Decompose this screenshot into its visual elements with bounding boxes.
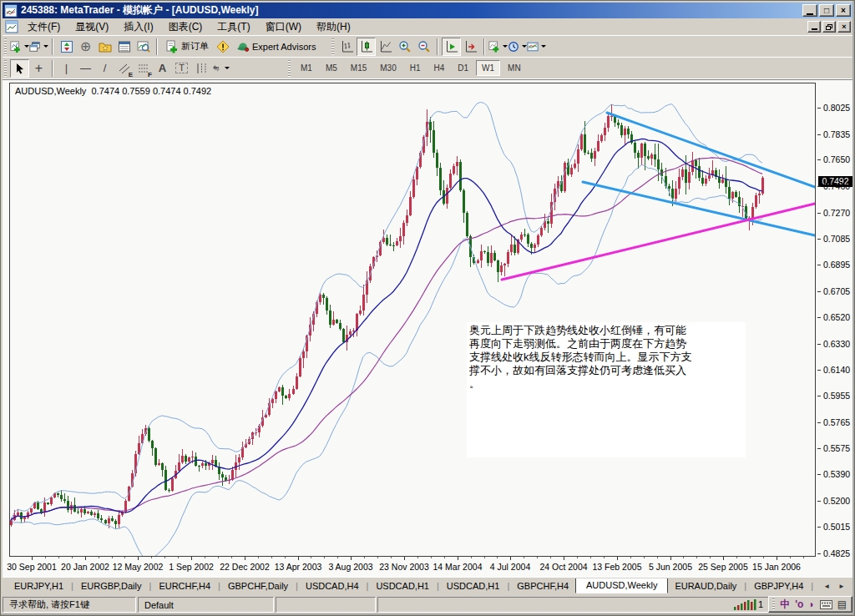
chart-window-icon[interactable]: [5, 20, 18, 33]
text-button[interactable]: A: [153, 59, 172, 78]
date-axis[interactable]: 30 Sep 200120 Jan 200212 May 20021 Sep 2…: [9, 557, 817, 575]
new-chart-button[interactable]: [10, 38, 29, 56]
chart-tab-GBPCHF-Daily[interactable]: GBPCHF,Daily: [221, 578, 295, 593]
chart-plot[interactable]: AUDUSD,Weekly 0.7474 0.7559 0.7474 0.749…: [9, 83, 816, 557]
child-minimize-button[interactable]: [807, 21, 821, 33]
minimize-button[interactable]: [802, 4, 817, 17]
timeframe-button-M15[interactable]: M15: [345, 60, 372, 76]
crosshair-button[interactable]: +: [29, 59, 48, 78]
chart-shift-button[interactable]: [461, 38, 480, 56]
ime-tone-icon[interactable]: 'o: [795, 599, 803, 609]
chart-tab-USDCAD-H1[interactable]: USDCAD,H1: [369, 578, 436, 593]
zoom-out-button[interactable]: [414, 38, 433, 56]
ime-halfwidth-icon[interactable]: ◗: [808, 599, 814, 609]
timeframe-button-M30[interactable]: M30: [374, 60, 402, 76]
status-profile[interactable]: Default: [138, 597, 274, 613]
ime-grip[interactable]: [772, 598, 775, 610]
menu-item-help[interactable]: 帮助(H): [309, 18, 358, 37]
ime-menu-icon[interactable]: ▤: [837, 599, 847, 609]
price-axis-label: 0.5575: [823, 443, 850, 453]
tab-scroll-left-icon[interactable]: ◄: [819, 580, 834, 593]
cursor-arrow-icon: [14, 63, 26, 74]
child-restore-button[interactable]: [822, 21, 836, 33]
bar-chart-button[interactable]: [337, 38, 357, 56]
chart-tab-EURAUD-Daily[interactable]: EURAUD,Daily: [668, 578, 743, 593]
text-label-button[interactable]: T: [172, 59, 191, 78]
arrow-objects-button[interactable]: [210, 59, 230, 78]
zoom-in-button[interactable]: [395, 38, 414, 56]
close-button[interactable]: ×: [836, 4, 851, 17]
equidistant-channel-button[interactable]: E: [114, 59, 134, 78]
line-chart-button[interactable]: [376, 38, 395, 56]
date-tick: [564, 557, 564, 560]
templates-icon: [527, 40, 539, 53]
toolbar-grip[interactable]: [288, 60, 291, 77]
data-window-button[interactable]: ⊕: [76, 38, 95, 56]
market-watch-button[interactable]: [57, 38, 76, 56]
candlestick-chart[interactable]: [10, 83, 815, 556]
price-tick: [817, 239, 821, 240]
timeframes-toolbar: M1M5M15M30H1H4D1W1MN: [294, 60, 528, 76]
chart-tab-EURCHF-H4[interactable]: EURCHF,H4: [152, 578, 217, 593]
tab-scroll-right-icon[interactable]: ►: [834, 580, 849, 593]
menu-item-tools[interactable]: 工具(T): [210, 18, 257, 37]
cycle-lines-button[interactable]: [191, 59, 210, 78]
timeframe-button-D1[interactable]: D1: [452, 60, 474, 76]
timeframe-button-H1[interactable]: H1: [404, 60, 427, 76]
indicators-button[interactable]: [488, 38, 508, 56]
toolbar-grip[interactable]: [4, 38, 7, 55]
descending-channel-upper[interactable]: [607, 113, 815, 187]
chart-tab-USDCAD-H1[interactable]: USDCAD,H1: [440, 578, 507, 593]
chart-tab-EURJPY-H1[interactable]: EURJPY,H1: [8, 578, 70, 593]
new-order-button[interactable]: 新订单: [161, 38, 213, 56]
date-minor-tick: [590, 557, 591, 558]
cursor-button[interactable]: [10, 59, 29, 78]
timeframe-button-H4[interactable]: H4: [428, 60, 451, 76]
menu-item-file[interactable]: 文件(F): [20, 18, 68, 37]
auto-scroll-button[interactable]: [442, 38, 461, 56]
candlestick-chart-button[interactable]: [357, 38, 376, 56]
menu-item-charts[interactable]: 图表(C): [161, 18, 210, 37]
date-minor-tick: [750, 557, 751, 558]
terminal-icon: [118, 40, 131, 53]
indicators-icon: [488, 40, 500, 53]
strategy-tester-button[interactable]: [134, 38, 153, 56]
chart-tab-GBPCHF-H4[interactable]: GBPCHF,H4: [510, 578, 575, 593]
vertical-line-button[interactable]: |: [57, 59, 76, 78]
chart-tab-GBPJPY-H4[interactable]: GBPJPY,H4: [747, 578, 810, 593]
date-minor-tick: [696, 557, 697, 558]
timeframe-button-MN[interactable]: MN: [502, 60, 527, 76]
price-axis-label: 0.5765: [823, 417, 850, 427]
ime-pinyin-icon[interactable]: 中: [780, 599, 790, 609]
chart-tab-EURGBP-Daily[interactable]: EURGBP,Daily: [74, 578, 149, 593]
price-tick: [817, 553, 821, 554]
timeframe-button-W1[interactable]: W1: [476, 60, 500, 76]
profiles-button[interactable]: [29, 38, 48, 56]
horizontal-line-button[interactable]: —: [76, 59, 95, 78]
menu-item-view[interactable]: 显视(V): [68, 18, 116, 37]
chart-annotation-text[interactable]: 奥元上周于下跌趋势线处收小红倒锤，有可能 再度向下走弱测低。之前由于两度在下方趋…: [467, 322, 746, 457]
toolbar-grip[interactable]: [4, 60, 7, 77]
expert-advisors-button[interactable]: Expert Advisors: [232, 38, 320, 56]
menu-item-window[interactable]: 窗口(W): [258, 18, 309, 37]
maximize-button[interactable]: □: [819, 4, 834, 17]
child-close-button[interactable]: ×: [837, 21, 851, 33]
chart-tab-AUDUSD-Weekly[interactable]: AUDUSD,Weekly: [575, 578, 668, 593]
warning-diamond-button[interactable]: [213, 38, 232, 56]
menu-item-insert[interactable]: 插入(I): [116, 18, 160, 37]
price-axis[interactable]: 0.7492 0.80250.78350.76500.74600.72700.7…: [817, 83, 852, 557]
chart-tab-USDCAD-H4[interactable]: USDCAD,H4: [299, 578, 366, 593]
terminal-button[interactable]: [114, 38, 134, 56]
descending-channel-lower[interactable]: [583, 182, 815, 235]
periods-button[interactable]: [508, 38, 527, 56]
navigator-button[interactable]: [95, 38, 114, 56]
timeframe-button-M5[interactable]: M5: [320, 60, 343, 76]
new-order-icon: [165, 40, 179, 53]
ime-keyboard-icon[interactable]: [820, 600, 832, 609]
fibonacci-button[interactable]: F: [134, 59, 153, 78]
trendline-button[interactable]: /: [95, 59, 114, 78]
timeframe-button-M1[interactable]: M1: [295, 60, 318, 76]
date-axis-label: 22 Dec 2002: [220, 562, 270, 572]
templates-button[interactable]: [527, 38, 546, 56]
toolbar-grip[interactable]: [331, 38, 334, 55]
